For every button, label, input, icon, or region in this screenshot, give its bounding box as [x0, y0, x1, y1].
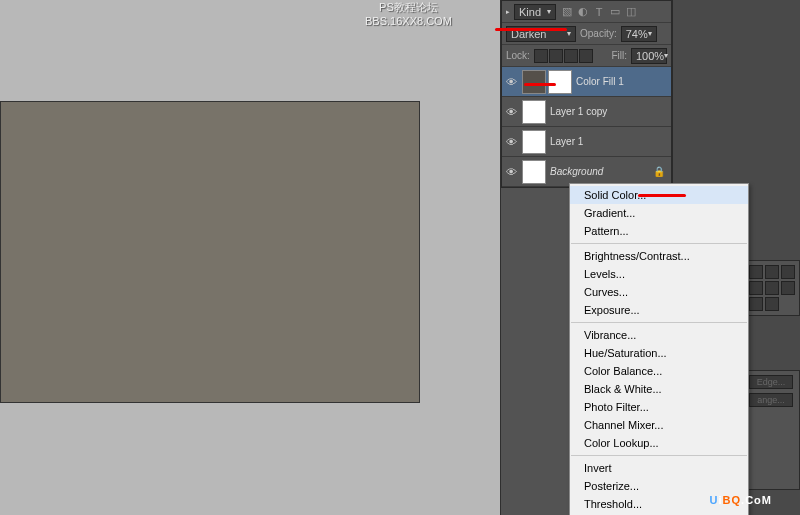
adj-icon[interactable]: [749, 281, 763, 295]
layer-name: Background: [550, 166, 603, 177]
watermark-top: PS教程论坛 BBS.16XX8.COM: [365, 0, 452, 27]
layer-row[interactable]: 👁Color Fill 1: [502, 67, 671, 97]
fill-value: 100%: [636, 50, 664, 62]
layer-mask-thumbnail[interactable]: [548, 70, 572, 94]
adj-icon[interactable]: [765, 281, 779, 295]
menu-separator: [571, 243, 747, 244]
layer-row[interactable]: 👁Layer 1: [502, 127, 671, 157]
layer-thumbnail[interactable]: [522, 160, 546, 184]
filter-pixel-icon[interactable]: ▧: [560, 5, 574, 19]
menu-item[interactable]: Brightness/Contrast...: [570, 247, 748, 265]
menu-item[interactable]: Pattern...: [570, 222, 748, 240]
menu-item[interactable]: Black & White...: [570, 380, 748, 398]
menu-item[interactable]: Invert: [570, 459, 748, 477]
adj-icon[interactable]: [765, 297, 779, 311]
layer-name: Layer 1: [550, 136, 583, 147]
filter-type-icon: ▸: [506, 8, 510, 16]
filter-shape-icon[interactable]: ▭: [608, 5, 622, 19]
opacity-label: Opacity:: [580, 28, 617, 39]
lock-label: Lock:: [506, 50, 530, 61]
menu-item[interactable]: Gradient...: [570, 204, 748, 222]
fill-input[interactable]: 100% ▾: [631, 48, 667, 64]
menu-item[interactable]: Color Lookup...: [570, 434, 748, 452]
kind-label: Kind: [519, 6, 541, 18]
menu-separator: [571, 322, 747, 323]
color-range-button[interactable]: ange...: [749, 393, 793, 407]
layer-name: Color Fill 1: [576, 76, 624, 87]
new-fill-adjustment-layer-menu[interactable]: Solid Color...Gradient...Pattern...Brigh…: [569, 183, 749, 515]
chevron-down-icon: ▾: [547, 7, 551, 16]
wm-bq: BQ: [723, 494, 742, 506]
adj-icon[interactable]: [749, 297, 763, 311]
chevron-down-icon: ▾: [648, 29, 652, 38]
watermark-bottom: UiBQ.CoM: [710, 488, 772, 509]
chevron-down-icon: ▾: [664, 51, 668, 60]
adjustments-panel: [744, 260, 800, 316]
layer-row[interactable]: 👁Layer 1 copy: [502, 97, 671, 127]
adj-icon[interactable]: [781, 265, 795, 279]
menu-item[interactable]: Hue/Saturation...: [570, 344, 748, 362]
wm-u: U: [710, 494, 719, 506]
blend-opacity-row: Darken ▾ Opacity: 74% ▾: [502, 23, 671, 45]
document-canvas[interactable]: [0, 101, 420, 403]
filter-kind-dropdown[interactable]: Kind ▾: [514, 4, 556, 20]
red-annotation: [495, 28, 567, 31]
opacity-input[interactable]: 74% ▾: [621, 26, 657, 42]
lock-transparent-icon[interactable]: [534, 49, 548, 63]
menu-item[interactable]: Photo Filter...: [570, 398, 748, 416]
visibility-eye-icon[interactable]: 👁: [504, 75, 518, 89]
menu-separator: [571, 455, 747, 456]
lock-fill-row: Lock: Fill: 100% ▾: [502, 45, 671, 67]
visibility-eye-icon[interactable]: 👁: [504, 105, 518, 119]
layer-filter-row: ▸ Kind ▾ ▧ ◐ T ▭ ◫: [502, 1, 671, 23]
red-annotation: [524, 83, 556, 86]
mask-edge-button[interactable]: Edge...: [749, 375, 793, 389]
filter-adjustment-icon[interactable]: ◐: [576, 5, 590, 19]
adj-icon[interactable]: [781, 281, 795, 295]
masks-panel: Edge... ange...: [744, 370, 800, 490]
red-annotation: [638, 194, 686, 197]
layer-thumbnail[interactable]: [522, 70, 546, 94]
menu-item[interactable]: Color Balance...: [570, 362, 748, 380]
lock-icon: 🔒: [653, 166, 665, 177]
fill-label: Fill:: [611, 50, 627, 61]
lock-all-icon[interactable]: [579, 49, 593, 63]
visibility-eye-icon[interactable]: 👁: [504, 135, 518, 149]
menu-item[interactable]: Levels...: [570, 265, 748, 283]
menu-item[interactable]: Vibrance...: [570, 326, 748, 344]
filter-type-icon[interactable]: T: [592, 5, 606, 19]
filter-smart-icon[interactable]: ◫: [624, 5, 638, 19]
filter-icons: ▧ ◐ T ▭ ◫: [560, 5, 638, 19]
lock-image-icon[interactable]: [549, 49, 563, 63]
visibility-eye-icon[interactable]: 👁: [504, 165, 518, 179]
layer-thumbnail[interactable]: [522, 100, 546, 124]
layer-name: Layer 1 copy: [550, 106, 607, 117]
lock-icons: [534, 49, 593, 63]
adj-icon[interactable]: [765, 265, 779, 279]
menu-item[interactable]: Curves...: [570, 283, 748, 301]
adj-icon[interactable]: [749, 265, 763, 279]
lock-position-icon[interactable]: [564, 49, 578, 63]
menu-item[interactable]: Channel Mixer...: [570, 416, 748, 434]
watermark-line2: BBS.16XX8.COM: [365, 15, 452, 27]
menu-item[interactable]: Exposure...: [570, 301, 748, 319]
layer-thumbnail[interactable]: [522, 130, 546, 154]
opacity-value: 74%: [626, 28, 648, 40]
chevron-down-icon: ▾: [567, 29, 571, 38]
watermark-line1: PS教程论坛: [365, 0, 452, 15]
wm-com: .CoM: [741, 494, 772, 506]
